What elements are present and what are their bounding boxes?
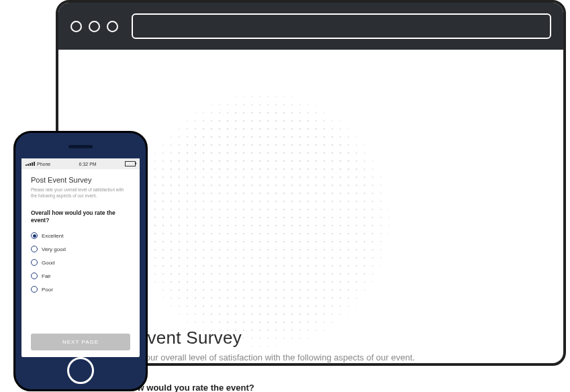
radio-label: Poor bbox=[42, 287, 53, 293]
phone-screen: Phone 6:32 PM Post Event Survey Please r… bbox=[21, 158, 140, 357]
survey-title: Post Event Survey bbox=[31, 176, 130, 184]
radio-option-fair[interactable]: Fair bbox=[31, 273, 130, 279]
radio-icon bbox=[31, 273, 38, 279]
radio-option-excellent[interactable]: Excellent bbox=[31, 232, 130, 239]
browser-titlebar bbox=[58, 3, 563, 50]
radio-label: Good bbox=[42, 260, 55, 266]
radio-label: Fair bbox=[42, 273, 51, 279]
window-dot-icon[interactable] bbox=[70, 21, 82, 32]
survey-title: Post Event Survey bbox=[95, 328, 527, 348]
next-page-button[interactable]: NEXT PAGE bbox=[31, 334, 130, 350]
phone-content: Post Event Survey Please rate your overa… bbox=[21, 169, 140, 357]
radio-icon bbox=[31, 286, 38, 293]
address-bar[interactable] bbox=[132, 13, 551, 39]
survey-subtitle: Please rate your overall level of satisf… bbox=[31, 187, 130, 199]
radio-icon bbox=[31, 246, 38, 252]
radio-icon bbox=[31, 259, 38, 266]
question-1-label: Overall how would you rate the event? bbox=[95, 383, 527, 392]
phone-frame: Phone 6:32 PM Post Event Survey Please r… bbox=[13, 131, 148, 391]
time-label: 6:32 PM bbox=[79, 162, 97, 166]
radio-option-poor[interactable]: Poor bbox=[31, 286, 130, 293]
radio-icon bbox=[31, 232, 38, 239]
titlebar-controls bbox=[70, 21, 118, 32]
halftone-background bbox=[135, 93, 390, 348]
battery-icon bbox=[125, 161, 136, 166]
radio-option-good[interactable]: Good bbox=[31, 259, 130, 266]
phone-speaker-icon bbox=[68, 145, 93, 148]
survey-subtitle: Please rate your overall level of satisf… bbox=[95, 352, 527, 362]
carrier-label: Phone bbox=[37, 162, 50, 166]
window-dot-icon[interactable] bbox=[89, 21, 100, 32]
home-button-icon[interactable] bbox=[67, 357, 94, 384]
radio-label: Very good bbox=[42, 246, 66, 252]
signal-icon bbox=[26, 162, 35, 166]
radio-label: Excellent bbox=[42, 233, 63, 239]
phone-statusbar: Phone 6:32 PM bbox=[21, 158, 140, 169]
question-1-options: Excellent Very good Good Fair Poor bbox=[31, 232, 130, 293]
radio-option-very-good[interactable]: Very good bbox=[31, 246, 130, 252]
question-1-label: Overall how would you rate the event? bbox=[31, 209, 130, 224]
window-dot-icon[interactable] bbox=[107, 21, 118, 32]
